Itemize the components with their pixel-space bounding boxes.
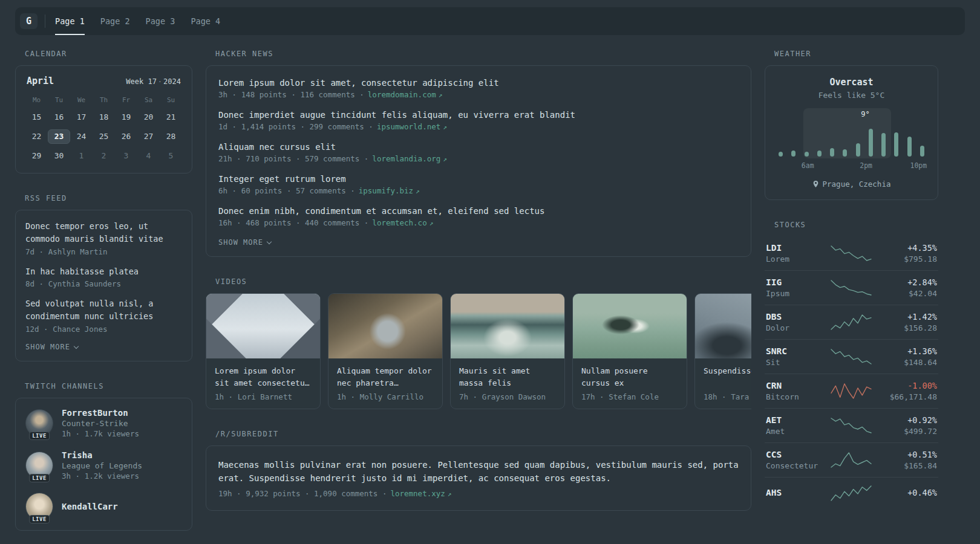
stock-row[interactable]: AHS +0.46%: [765, 478, 938, 509]
rss-card: Donec tempor eros leo, ut commodo mauris…: [15, 210, 192, 361]
stock-row[interactable]: SNRC Sit +1.36% $148.64: [765, 340, 938, 374]
hn-item-title[interactable]: Aliquam nec cursus elit: [218, 142, 739, 152]
rss-item-title[interactable]: In hac habitasse platea: [25, 265, 182, 278]
calendar-day: 15: [25, 110, 48, 125]
reddit-post-domain[interactable]: loremnet.xyz↗: [390, 489, 451, 498]
stock-ticker: AET: [766, 415, 831, 425]
hn-item: Lorem ipsum dolor sit amet, consectetur …: [218, 78, 739, 99]
rss-item-title[interactable]: Donec tempor eros leo, ut commodo mauris…: [25, 220, 182, 246]
domain-label: ipsumworld.net: [377, 122, 440, 131]
channel-viewers: 3h · 1.2k viewers: [62, 471, 142, 481]
video-meta: 17h · Stefan Cole: [581, 392, 678, 401]
stock-row[interactable]: CCS Consectetur +0.51% $165.84: [765, 443, 938, 478]
stock-price: $148.64: [873, 358, 938, 367]
day-header: Mo: [25, 96, 48, 104]
stock-name: Dolor: [766, 323, 831, 332]
hacker-news-widget-title: HACKER NEWS: [215, 50, 751, 58]
rss-item-meta: 12d · Chance Jones: [25, 325, 182, 334]
reddit-post-stats: 19h · 9,932 points · 1,090 comments ·: [218, 489, 387, 498]
video-card[interactable]: Lorem ipsum dolor sit amet consectetu… 1…: [206, 293, 321, 409]
hn-item-domain[interactable]: ipsumify.biz↗: [359, 186, 420, 195]
calendar-card: April Week 17·2024 Mo Tu We Th Fr Sa Su …: [15, 65, 192, 173]
twitch-channel[interactable]: LIVE KendallCarr: [25, 493, 182, 520]
hn-item-domain[interactable]: loremdomain.com↗: [368, 90, 443, 99]
video-card[interactable]: Suspendisse diam 18h · Tara: [694, 293, 751, 409]
hn-show-more-button[interactable]: SHOW MORE: [218, 238, 739, 247]
video-card[interactable]: Aliquam tempor dolor nec pharetra… 1h · …: [328, 293, 443, 409]
hn-item-domain[interactable]: ipsumworld.net↗: [377, 122, 447, 131]
hn-item-title[interactable]: Integer eget rutrum lorem: [218, 174, 739, 184]
reddit-post-title[interactable]: Maecenas mollis pulvinar erat non posuer…: [218, 458, 739, 485]
location-pin-icon: [812, 180, 819, 188]
video-title: Lorem ipsum dolor sit amet consectetu…: [215, 365, 312, 389]
stock-change: +1.36%: [873, 346, 938, 356]
rss-widget-title: RSS FEED: [25, 194, 192, 202]
calendar-day-headers: Mo Tu We Th Fr Sa Su: [25, 96, 182, 104]
stock-ticker: LDI: [766, 243, 831, 253]
hn-item: Donec enim nibh, condimentum et accumsan…: [218, 206, 739, 227]
channel-name[interactable]: ForrestBurton: [62, 408, 139, 418]
hn-item-meta: 16h · 468 points · 440 comments ·loremte…: [218, 218, 739, 227]
center-column: HACKER NEWS Lorem ipsum dolor sit amet, …: [206, 50, 751, 511]
calendar-day: 30: [48, 149, 70, 163]
tab-page-2[interactable]: Page 2: [100, 7, 130, 35]
live-badge: LIVE: [29, 515, 50, 523]
channel-category[interactable]: Counter-Strike: [62, 419, 139, 428]
stock-name: Lorem: [766, 254, 831, 264]
hn-item-title[interactable]: Lorem ipsum dolor sit amet, consectetur …: [218, 78, 739, 88]
calendar-day: 29: [25, 149, 48, 163]
stock-change: +0.51%: [873, 450, 938, 459]
app-logo[interactable]: G: [20, 13, 38, 29]
calendar-week-number: Week 17: [126, 77, 157, 86]
video-meta: 1h · Molly Carrillo: [337, 392, 434, 401]
weather-condition: Overcast: [776, 77, 927, 88]
calendar-month-label: April: [27, 76, 54, 86]
video-card[interactable]: Nullam posuere cursus ex 17h · Stefan Co…: [572, 293, 687, 409]
separator-dot: ·: [158, 77, 162, 86]
stock-change: +1.42%: [873, 312, 938, 322]
stock-row[interactable]: AET Amet +0.92% $499.72: [765, 409, 938, 443]
tab-page-4[interactable]: Page 4: [191, 7, 220, 35]
channel-name[interactable]: KendallCarr: [62, 502, 118, 511]
hn-item-title[interactable]: Donec enim nibh, condimentum et accumsan…: [218, 206, 739, 216]
video-card[interactable]: Mauris sit amet massa felis 7h · Grayson…: [450, 293, 565, 409]
channel-category[interactable]: League of Legends: [62, 461, 142, 470]
hn-item-title[interactable]: Donec imperdiet augue tincidunt felis al…: [218, 110, 739, 120]
domain-label: loremnet.xyz: [390, 489, 445, 498]
calendar-day-next-month: 2: [93, 149, 115, 163]
hn-item-domain[interactable]: loremtech.co↗: [372, 218, 433, 227]
calendar-dates-grid: 15 16 17 18 19 20 21 22 23 24 25 26 27 2…: [25, 110, 182, 163]
rss-item[interactable]: Donec tempor eros leo, ut commodo mauris…: [25, 220, 182, 256]
tab-page-3[interactable]: Page 3: [146, 7, 175, 35]
external-link-icon: ↗: [439, 91, 443, 99]
weather-location[interactable]: Prague, Czechia: [776, 180, 927, 189]
twitch-card: LIVE ForrestBurton Counter-Strike 1h · 1…: [15, 398, 192, 531]
rss-widget: RSS FEED Donec tempor eros leo, ut commo…: [15, 194, 192, 361]
stock-row[interactable]: IIG Ipsum +2.84% $42.04: [765, 271, 938, 305]
tab-page-1[interactable]: Page 1: [55, 7, 85, 35]
rss-show-more-button[interactable]: SHOW MORE: [25, 343, 182, 351]
hn-item-stats: 6h · 60 points · 57 comments ·: [218, 186, 355, 195]
stock-row[interactable]: LDI Lorem +4.35% $795.18: [765, 236, 938, 271]
calendar-day-today: 23: [48, 129, 70, 144]
stock-row[interactable]: CRN Bitcorn -1.00% $66,171.48: [765, 374, 938, 409]
twitch-widget-title: TWITCH CHANNELS: [25, 382, 192, 390]
weather-widget: WEATHER Overcast Feels like 5°C 9° 6am 2…: [765, 50, 938, 200]
twitch-channel[interactable]: LIVE Trisha League of Legends 3h · 1.2k …: [25, 450, 182, 481]
stock-change: +2.84%: [873, 277, 938, 287]
stock-ticker: CCS: [766, 450, 831, 459]
left-column: CALENDAR April Week 17·2024 Mo Tu We Th …: [15, 50, 192, 531]
rss-item[interactable]: In hac habitasse platea 8d · Cynthia Sau…: [25, 265, 182, 288]
calendar-widget-title: CALENDAR: [25, 50, 192, 58]
stock-sparkline: [831, 484, 873, 502]
channel-name[interactable]: Trisha: [62, 450, 142, 460]
stock-row[interactable]: DBS Dolor +1.42% $156.28: [765, 305, 938, 340]
rss-item-title[interactable]: Sed volutpat nulla nisl, a condimentum n…: [25, 297, 182, 323]
hn-item-domain[interactable]: loremlandia.org↗: [372, 154, 447, 163]
rss-item[interactable]: Sed volutpat nulla nisl, a condimentum n…: [25, 297, 182, 334]
subreddit-widget: /R/SUBREDDIT Maecenas mollis pulvinar er…: [206, 430, 751, 511]
twitch-channel[interactable]: LIVE ForrestBurton Counter-Strike 1h · 1…: [25, 408, 182, 438]
live-badge: LIVE: [29, 474, 50, 482]
external-link-icon: ↗: [416, 187, 420, 195]
stock-name: Bitcorn: [766, 392, 831, 401]
